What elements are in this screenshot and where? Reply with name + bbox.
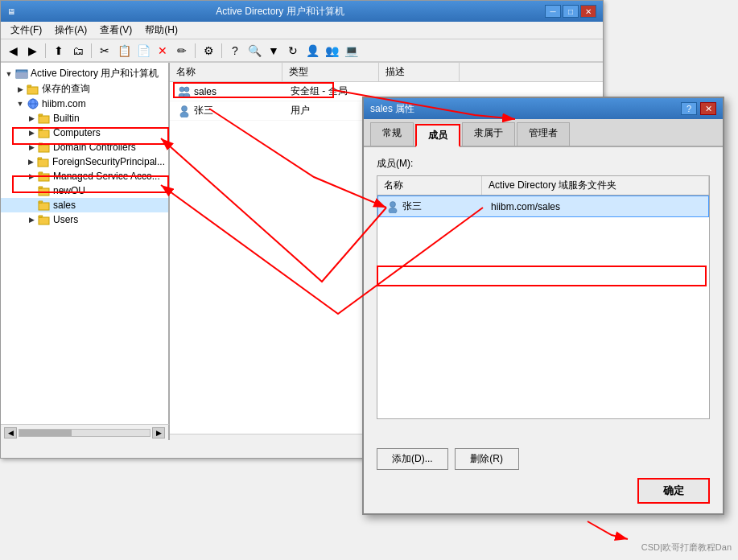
dialog-tabs: 常规 成员 隶属于 管理者 <box>364 119 723 147</box>
filter-button[interactable]: ▼ <box>265 42 282 60</box>
copy-button[interactable]: 📋 <box>115 42 133 60</box>
saved-queries-icon <box>27 83 39 96</box>
tree-scrollbar[interactable]: ◀ ▶ <box>1 424 170 440</box>
sales-group-icon <box>178 85 191 98</box>
col-header-desc[interactable]: 描述 <box>379 63 460 81</box>
svg-point-27 <box>182 105 188 111</box>
svg-rect-11 <box>39 145 49 152</box>
dialog-title-buttons: ? ✕ <box>681 102 716 115</box>
tree-item-builtin[interactable]: ▶ Builtin <box>1 111 168 126</box>
help-button[interactable]: ? <box>226 42 244 60</box>
expand-arrow-sales <box>27 200 36 210</box>
close-button[interactable]: ✕ <box>580 5 596 18</box>
cut-button[interactable]: ✂ <box>96 42 113 60</box>
member-col-name: 名称 <box>377 176 482 195</box>
members-label: 成员(M): <box>377 157 710 171</box>
tree-item-users[interactable]: ▶ Users <box>1 212 168 227</box>
minimize-button[interactable]: ─ <box>545 5 561 18</box>
svg-rect-21 <box>39 217 49 224</box>
tree-item-managed[interactable]: ▶ Managed Service Acco... <box>1 169 168 183</box>
tree-item-hiibm-label: hiibm.com <box>42 98 86 109</box>
member-row-zhangsan[interactable]: 张三 hiibm.com/sales <box>377 196 709 217</box>
list-cell-zhangsan-name: 张三 <box>173 103 286 118</box>
svg-point-29 <box>390 201 396 207</box>
tree-item-sales[interactable]: sales <box>1 198 168 212</box>
svg-marker-3 <box>27 85 31 87</box>
expand-arrow-dc: ▶ <box>27 142 36 152</box>
forward-button[interactable]: ▶ <box>23 42 41 60</box>
scroll-left-btn[interactable]: ◀ <box>4 427 17 439</box>
tab-general[interactable]: 常规 <box>370 122 414 146</box>
svg-point-23 <box>179 87 184 92</box>
expand-arrow-builtin: ▶ <box>27 113 36 123</box>
add-button[interactable]: 添加(D)... <box>377 448 448 470</box>
members-table-empty <box>377 217 709 418</box>
tree-panel: ▼ Active Directory 用户和计算机 ▶ 保存的查询 ▼ <box>1 63 170 434</box>
svg-marker-16 <box>39 172 43 174</box>
menu-bar: 文件(F) 操作(A) 查看(V) 帮助(H) <box>1 22 603 39</box>
col-header-type[interactable]: 类型 <box>282 63 379 81</box>
member-cell-zhangsan-folder: hiibm.com/sales <box>486 200 705 213</box>
tree-item-foreign-label: ForeignSecurityPrincipal... <box>52 156 165 167</box>
remove-button[interactable]: 删除(R) <box>455 448 519 470</box>
member-zhangsan-text: 张三 <box>402 200 422 213</box>
menu-help[interactable]: 帮助(H) <box>138 22 184 39</box>
back-button[interactable]: ◀ <box>4 42 22 60</box>
tree-item-computers[interactable]: ▶ Computers <box>1 126 168 140</box>
tree-item-saved-queries-label: 保存的查询 <box>42 82 90 96</box>
computer-button[interactable]: 💻 <box>342 42 360 60</box>
tab-manager[interactable]: 管理者 <box>517 122 570 146</box>
tree-item-root[interactable]: ▼ Active Directory 用户和计算机 <box>1 66 168 81</box>
col-header-name[interactable]: 名称 <box>170 63 282 81</box>
window-title: Active Directory 用户和计算机 <box>15 5 545 19</box>
tree-item-newou-label: newOU <box>53 185 85 196</box>
tree-item-sales-label: sales <box>53 200 76 211</box>
svg-marker-12 <box>39 143 43 145</box>
search-button[interactable]: 🔍 <box>245 42 263 60</box>
toolbar-sep-3 <box>195 43 196 58</box>
dialog-title-text: sales 属性 <box>370 102 414 116</box>
menu-file[interactable]: 文件(F) <box>4 22 48 39</box>
svg-marker-14 <box>38 158 42 159</box>
up-button[interactable]: ⬆ <box>50 42 68 60</box>
properties-button[interactable]: ⚙ <box>200 42 217 60</box>
rename-button[interactable]: ✏ <box>173 42 191 60</box>
list-cell-sales-name: sales <box>173 84 286 99</box>
dialog-help-button[interactable]: ? <box>681 102 697 115</box>
tree-item-foreign[interactable]: ▶ ForeignSecurityPrincipal... <box>1 154 168 169</box>
paste-button[interactable]: 📄 <box>134 42 152 60</box>
expand-arrow-saved: ▶ <box>15 84 25 94</box>
tree-item-root-label: Active Directory 用户和计算机 <box>31 67 159 80</box>
menu-action[interactable]: 操作(A) <box>48 22 93 39</box>
tab-members[interactable]: 成员 <box>415 124 460 147</box>
tab-member-of[interactable]: 隶属于 <box>462 122 515 146</box>
toolbar-sep-2 <box>91 43 92 58</box>
tree-item-computers-label: Computers <box>53 127 101 138</box>
zhangsan-name-text: 张三 <box>194 104 213 117</box>
dialog-close-button[interactable]: ✕ <box>700 102 716 115</box>
sales-name-text: sales <box>194 86 216 97</box>
scroll-right-btn[interactable]: ▶ <box>152 427 165 439</box>
tree-item-dc[interactable]: ▶ Domain Controllers <box>1 140 168 154</box>
dialog-properties: sales 属性 ? ✕ 常规 成员 隶属于 管理者 成员(M): 名称 Act… <box>362 97 724 515</box>
user-button[interactable]: 👤 <box>303 42 321 60</box>
tree-item-hiibm[interactable]: ▼ hiibm.com <box>1 97 168 111</box>
show-tree-button[interactable]: 🗂 <box>69 42 87 60</box>
maximize-button[interactable]: □ <box>563 5 579 18</box>
dialog-title-bar: sales 属性 ? ✕ <box>364 98 723 119</box>
expand-arrow-managed: ▶ <box>27 171 36 181</box>
delete-button[interactable]: ✕ <box>154 42 171 60</box>
refresh-button[interactable]: ↻ <box>284 42 302 60</box>
svg-rect-13 <box>38 159 48 167</box>
scroll-thumb <box>19 430 72 436</box>
menu-view[interactable]: 查看(V) <box>93 22 138 39</box>
svg-marker-8 <box>39 114 43 116</box>
tree-item-newou[interactable]: newOU <box>1 183 168 198</box>
users-icon <box>38 213 51 226</box>
group-button[interactable]: 👥 <box>323 42 340 60</box>
dialog-bottom-buttons: 添加(D)... 删除(R) <box>377 448 710 470</box>
tree-item-builtin-label: Builtin <box>53 113 80 124</box>
confirm-button[interactable]: 确定 <box>637 478 710 504</box>
tree-item-saved-queries[interactable]: ▶ 保存的查询 <box>1 81 168 97</box>
svg-rect-9 <box>39 130 49 138</box>
